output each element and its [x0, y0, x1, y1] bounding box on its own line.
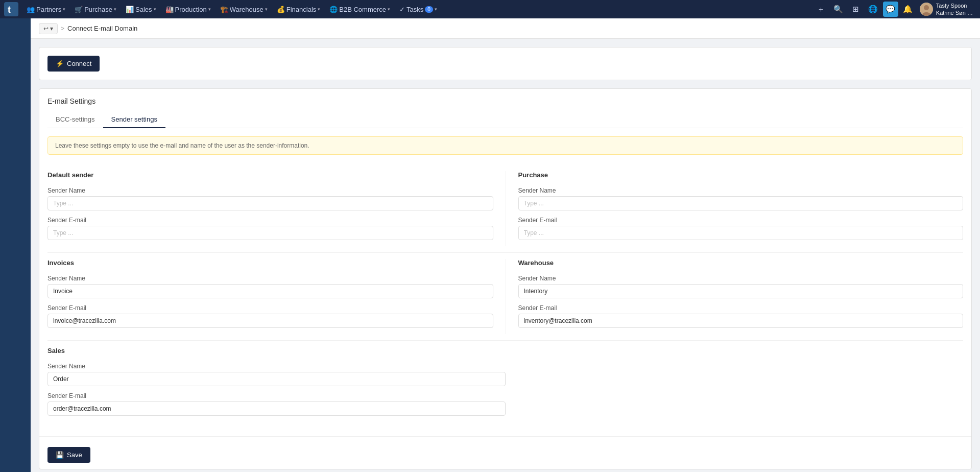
sales-chevron: ▾: [154, 7, 156, 12]
warehouse-sender-col: Warehouse Sender Name Sender E-mail: [506, 259, 964, 334]
financials-chevron: ▾: [318, 7, 320, 12]
connect-card: ⚡ Connect: [39, 47, 972, 80]
tasks-count-badge: 0: [425, 6, 433, 13]
sales-sender-email-group: Sender E-mail: [47, 392, 506, 416]
user-name-display: Tasty Spoon Katrine Søn …: [936, 2, 973, 17]
warehouse-sender-name-group: Sender Name: [518, 275, 964, 298]
invoices-sender-col: Invoices Sender Name Sender E-mail: [47, 259, 506, 334]
nav-financials[interactable]: 💰 Financials ▾: [273, 4, 325, 15]
default-sender-label: Default sender: [47, 171, 493, 181]
avatar: [920, 3, 933, 16]
sales-sender-name-label: Sender Name: [47, 363, 506, 370]
b2b-chevron: ▾: [388, 7, 390, 12]
default-sender-col: Default sender Sender Name Sender E-mail: [47, 171, 506, 246]
breadcrumb-separator: >: [61, 25, 64, 32]
email-settings-title: E-mail Settings: [47, 97, 963, 105]
email-settings-card: E-mail Settings BCC-settings Sender sett…: [39, 88, 972, 469]
default-purchase-section: Default sender Sender Name Sender E-mail…: [47, 165, 963, 253]
connect-card-body: ⚡ Connect: [39, 48, 971, 80]
purchase-chevron: ▾: [114, 7, 116, 12]
save-button[interactable]: 💾 Save: [47, 447, 90, 463]
email-settings-footer: 💾 Save: [39, 436, 971, 469]
purchase-icon: 🛒: [75, 6, 83, 13]
chat-button[interactable]: 💬: [883, 2, 898, 17]
sales-sender-label: Sales: [47, 347, 506, 357]
nav-production[interactable]: 🏭 Production ▾: [161, 4, 215, 15]
default-sender-name-label: Sender Name: [47, 187, 493, 194]
sender-settings-alert: Leave these settings empty to use the e-…: [47, 136, 963, 155]
nav-partners[interactable]: 👥 Partners ▾: [22, 4, 69, 15]
sales-sender-name-input[interactable]: [47, 372, 506, 386]
notifications-button[interactable]: 🔔: [900, 2, 916, 17]
topnav-action-buttons: ＋ 🔍 ⊞ 🌐 💬 🔔: [814, 2, 916, 17]
nav-b2b-commerce[interactable]: 🌐 B2B Commerce ▾: [325, 4, 394, 15]
warehouse-sender-email-group: Sender E-mail: [518, 304, 964, 328]
invoices-sender-email-group: Sender E-mail: [47, 304, 493, 328]
purchase-sender-email-group: Sender E-mail: [518, 217, 964, 240]
warehouse-sender-email-input[interactable]: [518, 314, 964, 328]
partners-icon: 👥: [27, 6, 35, 13]
connect-button[interactable]: ⚡ Connect: [47, 56, 100, 72]
email-settings-body: E-mail Settings BCC-settings Sender sett…: [39, 89, 971, 436]
back-arrow-icon: ↩: [43, 25, 49, 32]
settings-tabs: BCC-settings Sender settings: [47, 111, 963, 128]
invoices-sender-name-input[interactable]: [47, 284, 493, 298]
invoices-sender-label: Invoices: [47, 259, 493, 269]
b2b-icon: 🌐: [329, 6, 338, 13]
save-icon: 💾: [56, 451, 64, 459]
dropdown-icon: ▾: [50, 25, 53, 32]
invoices-warehouse-section: Invoices Sender Name Sender E-mail Wareh…: [47, 253, 963, 341]
tasks-check-icon: ✓: [399, 6, 405, 13]
purchase-sender-name-input[interactable]: [518, 196, 964, 210]
purchase-sender-email-label: Sender E-mail: [518, 217, 964, 224]
sales-sender-name-group: Sender Name: [47, 363, 506, 386]
breadcrumb-back-button[interactable]: ↩ ▾: [39, 23, 58, 34]
svg-text:t: t: [8, 5, 11, 15]
sales-icon: 📊: [126, 6, 134, 13]
add-button[interactable]: ＋: [814, 2, 829, 17]
content-area: ⚡ Connect E-mail Settings BCC-settings S…: [31, 39, 980, 472]
sales-sender-email-input[interactable]: [47, 402, 506, 416]
warehouse-icon: 🏗️: [220, 6, 228, 13]
search-button[interactable]: 🔍: [831, 2, 846, 17]
nav-sales[interactable]: 📊 Sales ▾: [122, 4, 160, 15]
warehouse-sender-name-label: Sender Name: [518, 275, 964, 282]
warehouse-sender-email-label: Sender E-mail: [518, 304, 964, 312]
invoices-sender-name-label: Sender Name: [47, 275, 493, 282]
tab-bcc-settings[interactable]: BCC-settings: [47, 111, 103, 128]
nav-purchase[interactable]: 🛒 Purchase ▾: [70, 4, 121, 15]
breadcrumb-current-page: Connect E-mail Domain: [67, 25, 137, 32]
warehouse-sender-label: Warehouse: [518, 259, 964, 269]
sales-section: Sales Sender Name Sender E-mail: [47, 341, 963, 428]
grid-view-button[interactable]: ⊞: [848, 2, 864, 17]
language-button[interactable]: 🌐: [866, 2, 881, 17]
purchase-sender-email-input[interactable]: [518, 226, 964, 240]
nav-warehouse[interactable]: 🏗️ Warehouse ▾: [216, 4, 272, 15]
connect-icon: ⚡: [56, 60, 64, 67]
svg-rect-0: [4, 2, 18, 16]
user-profile[interactable]: Tasty Spoon Katrine Søn …: [917, 1, 976, 18]
breadcrumb-bar: ↩ ▾ > Connect E-mail Domain: [31, 18, 980, 39]
default-sender-email-input[interactable]: [47, 226, 493, 240]
default-sender-name-group: Sender Name: [47, 187, 493, 210]
default-sender-name-input[interactable]: [47, 196, 493, 210]
invoices-sender-email-input[interactable]: [47, 314, 493, 328]
invoices-sender-name-group: Sender Name: [47, 275, 493, 298]
tab-sender-settings[interactable]: Sender settings: [103, 111, 165, 128]
purchase-sender-label: Purchase: [518, 171, 964, 181]
purchase-sender-col: Purchase Sender Name Sender E-mail: [506, 171, 964, 246]
nav-tasks[interactable]: ✓ Tasks 0 ▾: [395, 4, 441, 15]
tasks-chevron: ▾: [435, 7, 437, 12]
app-logo[interactable]: t: [4, 2, 18, 16]
sidebar: [0, 18, 31, 472]
production-chevron: ▾: [208, 7, 211, 12]
warehouse-sender-name-input[interactable]: [518, 284, 964, 298]
warehouse-chevron: ▾: [265, 7, 268, 12]
sales-sender-email-label: Sender E-mail: [47, 392, 506, 399]
partners-chevron: ▾: [63, 7, 65, 12]
invoices-sender-email-label: Sender E-mail: [47, 304, 493, 312]
purchase-sender-name-group: Sender Name: [518, 187, 964, 210]
sales-sender-col: Sales Sender Name Sender E-mail: [47, 347, 506, 416]
top-navigation: t 👥 Partners ▾ 🛒 Purchase ▾ 📊 Sales ▾ 🏭 …: [0, 0, 980, 18]
svg-point-3: [924, 5, 929, 10]
